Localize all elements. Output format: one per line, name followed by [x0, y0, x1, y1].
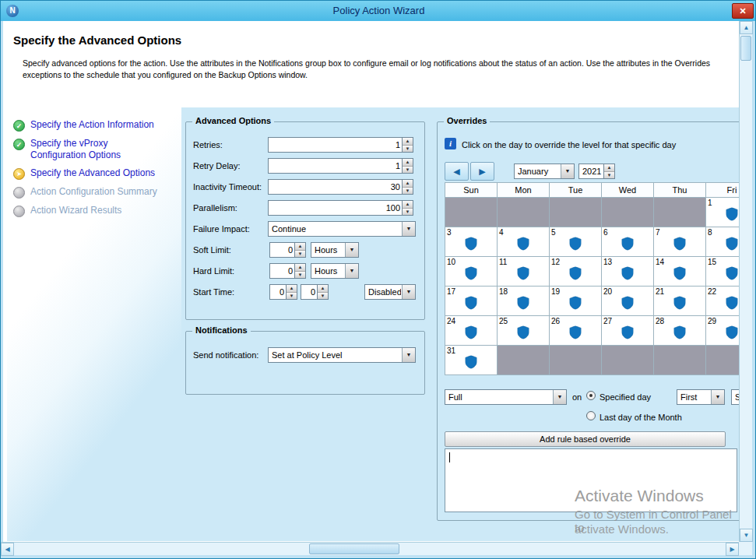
calendar-day-cell[interactable]: 7: [654, 227, 706, 257]
calendar-day-cell[interactable]: 21: [654, 287, 706, 316]
soft-limit-input[interactable]: 0 ▲▼: [269, 242, 306, 258]
calendar-day-cell[interactable]: 11: [498, 257, 550, 287]
send-notification-value: Set at Policy Level: [272, 348, 401, 362]
dropdown-arrow-icon[interactable]: ▼: [553, 390, 566, 404]
dropdown-arrow-icon[interactable]: ▼: [402, 222, 415, 236]
spin-down-icon[interactable]: ▼: [403, 188, 413, 195]
calendar-day-cell[interactable]: 10: [445, 257, 498, 287]
dropdown-arrow-icon[interactable]: ▼: [345, 243, 358, 257]
horizontal-scrollbar-thumb[interactable]: [309, 543, 399, 554]
send-notification-select[interactable]: Set at Policy Level ▼: [268, 347, 416, 363]
next-month-button[interactable]: ▶: [470, 162, 494, 181]
spin-down-icon[interactable]: ▼: [295, 251, 305, 258]
calendar-day-cell[interactable]: 8: [706, 227, 739, 257]
spin-down-icon[interactable]: ▼: [403, 167, 413, 174]
dropdown-arrow-icon[interactable]: ▼: [402, 285, 415, 299]
wizard-step[interactable]: Action Configuration Summary: [13, 186, 177, 199]
spin-up-icon[interactable]: ▲: [287, 285, 297, 293]
calendar-day-cell[interactable]: 24: [445, 316, 498, 346]
specified-day-radio[interactable]: [586, 391, 596, 400]
parallelism-input[interactable]: 100 ▲▼: [268, 200, 413, 216]
calendar-day-cell[interactable]: 29: [706, 316, 739, 346]
wizard-step[interactable]: ➤Specify the Advanced Options: [13, 167, 177, 180]
calendar-day-cell[interactable]: 5: [550, 227, 602, 257]
day-number: 22: [708, 287, 716, 296]
start-time-minute-input[interactable]: 0 ▲▼: [301, 284, 329, 300]
previous-month-button[interactable]: ◀: [445, 162, 469, 181]
ordinal-select[interactable]: First ▼: [677, 389, 725, 405]
spin-up-icon[interactable]: ▲: [403, 180, 413, 188]
spin-up-icon[interactable]: ▲: [295, 264, 305, 272]
calendar-day-cell[interactable]: 13: [602, 257, 654, 287]
scroll-left-icon[interactable]: ◀: [1, 543, 14, 556]
dropdown-arrow-icon[interactable]: ▼: [561, 164, 574, 178]
calendar-day-cell[interactable]: 6: [602, 227, 654, 257]
calendar-day-cell[interactable]: 25: [498, 316, 550, 346]
spin-down-icon[interactable]: ▼: [604, 172, 614, 179]
spin-up-icon[interactable]: ▲: [295, 243, 305, 251]
spin-up-icon[interactable]: ▲: [403, 138, 413, 146]
dropdown-arrow-icon[interactable]: ▼: [402, 348, 415, 362]
calendar-day-cell[interactable]: 14: [654, 257, 706, 287]
spin-down-icon[interactable]: ▼: [295, 272, 305, 279]
retries-input[interactable]: 1 ▲▼: [268, 137, 413, 153]
spin-up-icon[interactable]: ▲: [403, 201, 413, 209]
calendar-empty-cell: [706, 346, 739, 375]
day-number: 17: [447, 287, 455, 296]
month-select[interactable]: January ▼: [514, 163, 575, 179]
calendar-day-cell[interactable]: 22: [706, 287, 739, 316]
override-shield-icon: [726, 207, 738, 220]
wizard-step[interactable]: ✓Specify the Action Information: [13, 119, 177, 132]
calendar-day-cell[interactable]: 28: [654, 316, 706, 346]
override-level-select[interactable]: Full ▼: [445, 389, 567, 405]
spin-down-icon[interactable]: ▼: [318, 293, 328, 300]
vertical-scrollbar-thumb[interactable]: [740, 36, 751, 61]
spin-up-icon[interactable]: ▲: [318, 285, 328, 293]
retry-delay-input[interactable]: 1 ▲▼: [268, 158, 413, 174]
scroll-down-icon[interactable]: ▼: [740, 529, 753, 542]
left-arrow-icon: ◀: [453, 167, 459, 176]
spin-down-icon[interactable]: ▼: [403, 209, 413, 216]
scroll-up-icon[interactable]: ▲: [740, 21, 753, 34]
calendar-day-cell[interactable]: 15: [706, 257, 739, 287]
calendar-day-cell[interactable]: 4: [498, 227, 550, 257]
year-value: 2021: [582, 164, 602, 178]
calendar-day-cell[interactable]: 27: [602, 316, 654, 346]
failure-impact-select[interactable]: Continue ▼: [268, 221, 416, 237]
hard-limit-unit-select[interactable]: Hours ▼: [311, 263, 359, 279]
day-number: 26: [551, 317, 560, 325]
add-rule-based-override-button[interactable]: Add rule based override: [445, 431, 726, 447]
horizontal-scrollbar[interactable]: ◀ ▶: [1, 542, 739, 555]
spin-up-icon[interactable]: ▲: [604, 164, 614, 172]
calendar-day-cell[interactable]: 19: [550, 287, 602, 316]
start-time-mode-select[interactable]: Disabled ▼: [364, 284, 416, 300]
spin-down-icon[interactable]: ▼: [287, 293, 297, 300]
calendar-day-cell[interactable]: 20: [602, 287, 654, 316]
calendar-day-cell[interactable]: 18: [498, 287, 550, 316]
spin-down-icon[interactable]: ▼: [403, 146, 413, 153]
dropdown-arrow-icon[interactable]: ▼: [711, 390, 724, 404]
year-input[interactable]: 2021 ▲▼: [578, 163, 615, 179]
last-day-radio[interactable]: [586, 411, 596, 420]
wizard-step-label: Action Wizard Results: [30, 205, 171, 216]
soft-limit-unit-select[interactable]: Hours ▼: [311, 242, 359, 258]
dropdown-arrow-icon[interactable]: ▼: [345, 264, 358, 278]
window-frame-left: [1, 21, 3, 558]
inactivity-timeout-input[interactable]: 30 ▲▼: [268, 179, 413, 195]
close-button[interactable]: ✕: [732, 3, 754, 19]
calendar-day-cell[interactable]: 1: [706, 198, 739, 227]
scroll-right-icon[interactable]: ▶: [726, 543, 739, 556]
start-time-hour-input[interactable]: 0 ▲▼: [269, 284, 297, 300]
weekday-select[interactable]: Sunday ▼: [731, 389, 739, 405]
wizard-step[interactable]: Action Wizard Results: [13, 205, 177, 217]
vertical-scrollbar[interactable]: ▲ ▼: [739, 21, 752, 542]
calendar-day-cell[interactable]: 12: [550, 257, 602, 287]
calendar-day-cell[interactable]: 26: [550, 316, 602, 346]
wizard-step[interactable]: ✓Specify the vProxy Configuration Option…: [13, 138, 177, 161]
spin-up-icon[interactable]: ▲: [403, 159, 413, 167]
calendar-day-cell[interactable]: 3: [445, 227, 498, 257]
calendar-day-cell[interactable]: 31: [445, 346, 498, 375]
override-shield-icon: [726, 237, 738, 250]
calendar-day-cell[interactable]: 17: [445, 287, 498, 316]
hard-limit-input[interactable]: 0 ▲▼: [269, 263, 306, 279]
